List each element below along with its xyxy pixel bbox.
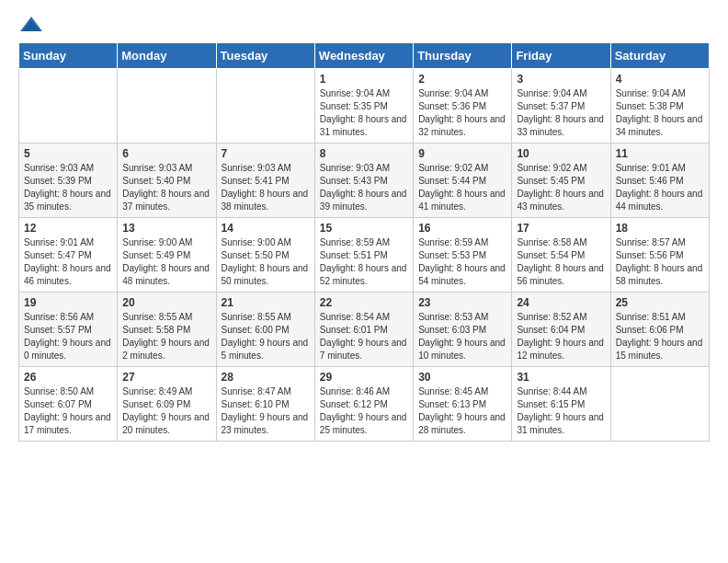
day-number: 13 <box>122 222 210 235</box>
calendar-cell: 8 Sunrise: 9:03 AM Sunset: 5:43 PM Dayli… <box>314 144 413 218</box>
calendar-cell: 30 Sunrise: 8:45 AM Sunset: 6:13 PM Dayl… <box>414 367 512 442</box>
daylight-text: Daylight: 8 hours and 58 minutes. <box>616 263 703 286</box>
day-info: Sunrise: 8:58 AM Sunset: 5:54 PM Dayligh… <box>517 236 605 288</box>
sunset-text: Sunset: 6:12 PM <box>320 399 388 409</box>
day-number: 23 <box>418 296 506 309</box>
day-info: Sunrise: 9:03 AM Sunset: 5:39 PM Dayligh… <box>24 162 112 213</box>
day-header-sunday: Sunday <box>19 43 118 69</box>
daylight-text: Daylight: 8 hours and 31 minutes. <box>320 114 407 137</box>
day-info: Sunrise: 8:57 AM Sunset: 5:56 PM Dayligh… <box>616 236 704 288</box>
sunset-text: Sunset: 5:49 PM <box>122 250 190 260</box>
calendar-cell: 21 Sunrise: 8:55 AM Sunset: 6:00 PM Dayl… <box>216 293 314 367</box>
sunrise-text: Sunrise: 9:01 AM <box>616 163 686 173</box>
day-info: Sunrise: 8:50 AM Sunset: 6:07 PM Dayligh… <box>24 385 112 437</box>
calendar-cell: 22 Sunrise: 8:54 AM Sunset: 6:01 PM Dayl… <box>314 293 413 367</box>
day-info: Sunrise: 8:49 AM Sunset: 6:09 PM Dayligh… <box>122 385 210 437</box>
sunset-text: Sunset: 5:58 PM <box>122 325 190 335</box>
sunset-text: Sunset: 6:13 PM <box>418 399 486 409</box>
day-info: Sunrise: 9:04 AM Sunset: 5:38 PM Dayligh… <box>616 87 704 139</box>
calendar-cell: 1 Sunrise: 9:04 AM Sunset: 5:35 PM Dayli… <box>314 69 413 144</box>
sunset-text: Sunset: 5:41 PM <box>222 176 290 186</box>
calendar-week-row: 26 Sunrise: 8:50 AM Sunset: 6:07 PM Dayl… <box>19 367 710 442</box>
day-number: 8 <box>320 147 408 160</box>
calendar-week-row: 19 Sunrise: 8:56 AM Sunset: 5:57 PM Dayl… <box>19 293 710 367</box>
sunrise-text: Sunrise: 8:53 AM <box>418 312 488 322</box>
day-info: Sunrise: 9:00 AM Sunset: 5:50 PM Dayligh… <box>222 236 310 288</box>
daylight-text: Daylight: 8 hours and 46 minutes. <box>24 263 111 286</box>
sunrise-text: Sunrise: 8:58 AM <box>517 237 586 247</box>
day-number: 11 <box>616 147 704 160</box>
sunrise-text: Sunrise: 9:03 AM <box>320 163 390 173</box>
day-info: Sunrise: 8:55 AM Sunset: 5:58 PM Dayligh… <box>122 311 210 362</box>
calendar-cell: 17 Sunrise: 8:58 AM Sunset: 5:54 PM Dayl… <box>512 218 610 293</box>
calendar-cell: 27 Sunrise: 8:49 AM Sunset: 6:09 PM Dayl… <box>118 367 216 442</box>
day-info: Sunrise: 8:56 AM Sunset: 5:57 PM Dayligh… <box>24 311 112 362</box>
sunrise-text: Sunrise: 8:55 AM <box>122 312 192 322</box>
sunset-text: Sunset: 6:03 PM <box>418 325 486 335</box>
day-info: Sunrise: 8:45 AM Sunset: 6:13 PM Dayligh… <box>418 385 506 437</box>
calendar-cell <box>216 69 314 144</box>
day-number: 12 <box>24 222 112 235</box>
day-info: Sunrise: 8:52 AM Sunset: 6:04 PM Dayligh… <box>517 311 605 362</box>
day-number: 22 <box>320 296 408 309</box>
sunset-text: Sunset: 5:44 PM <box>418 176 486 186</box>
daylight-text: Daylight: 8 hours and 52 minutes. <box>320 263 407 286</box>
day-number: 10 <box>517 147 605 160</box>
sunset-text: Sunset: 5:39 PM <box>24 176 92 186</box>
daylight-text: Daylight: 8 hours and 54 minutes. <box>418 263 506 286</box>
day-info: Sunrise: 9:01 AM Sunset: 5:47 PM Dayligh… <box>24 236 112 288</box>
sunrise-text: Sunrise: 9:02 AM <box>517 163 586 173</box>
sunrise-text: Sunrise: 9:00 AM <box>222 237 291 247</box>
day-number: 14 <box>222 222 310 235</box>
header <box>18 15 710 35</box>
day-header-tuesday: Tuesday <box>216 43 314 69</box>
sunrise-text: Sunrise: 9:02 AM <box>418 163 488 173</box>
day-number: 15 <box>320 222 408 235</box>
day-info: Sunrise: 9:04 AM Sunset: 5:36 PM Dayligh… <box>418 87 506 139</box>
sunrise-text: Sunrise: 8:52 AM <box>517 312 586 322</box>
daylight-text: Daylight: 9 hours and 20 minutes. <box>122 412 210 435</box>
daylight-text: Daylight: 9 hours and 0 minutes. <box>24 338 111 361</box>
daylight-text: Daylight: 8 hours and 50 minutes. <box>222 263 309 286</box>
sunrise-text: Sunrise: 8:59 AM <box>320 237 390 247</box>
sunrise-text: Sunrise: 9:00 AM <box>122 237 192 247</box>
calendar-cell: 3 Sunrise: 9:04 AM Sunset: 5:37 PM Dayli… <box>512 69 610 144</box>
calendar-cell: 14 Sunrise: 9:00 AM Sunset: 5:50 PM Dayl… <box>216 218 314 293</box>
day-info: Sunrise: 8:47 AM Sunset: 6:10 PM Dayligh… <box>222 385 310 437</box>
daylight-text: Daylight: 8 hours and 38 minutes. <box>222 189 309 212</box>
day-number: 9 <box>418 147 506 160</box>
sunrise-text: Sunrise: 8:57 AM <box>616 237 686 247</box>
daylight-text: Daylight: 9 hours and 15 minutes. <box>616 338 703 361</box>
daylight-text: Daylight: 9 hours and 12 minutes. <box>517 338 604 361</box>
sunset-text: Sunset: 6:00 PM <box>222 325 290 335</box>
sunset-text: Sunset: 5:53 PM <box>418 250 486 260</box>
sunset-text: Sunset: 5:54 PM <box>517 250 585 260</box>
sunrise-text: Sunrise: 9:01 AM <box>24 237 94 247</box>
day-info: Sunrise: 8:51 AM Sunset: 6:06 PM Dayligh… <box>616 311 704 362</box>
calendar-cell: 16 Sunrise: 8:59 AM Sunset: 5:53 PM Dayl… <box>414 218 512 293</box>
sunrise-text: Sunrise: 8:59 AM <box>418 237 488 247</box>
day-info: Sunrise: 9:01 AM Sunset: 5:46 PM Dayligh… <box>616 162 704 213</box>
sunrise-text: Sunrise: 9:04 AM <box>320 88 390 98</box>
day-info: Sunrise: 8:55 AM Sunset: 6:00 PM Dayligh… <box>222 311 310 362</box>
daylight-text: Daylight: 9 hours and 10 minutes. <box>418 338 506 361</box>
daylight-text: Daylight: 8 hours and 39 minutes. <box>320 189 407 212</box>
daylight-text: Daylight: 8 hours and 43 minutes. <box>517 189 604 212</box>
sunset-text: Sunset: 6:06 PM <box>616 325 684 335</box>
daylight-text: Daylight: 8 hours and 33 minutes. <box>517 114 604 137</box>
logo <box>18 15 48 35</box>
sunset-text: Sunset: 5:56 PM <box>616 250 684 260</box>
calendar-cell <box>19 69 118 144</box>
day-number: 19 <box>24 296 112 309</box>
day-info: Sunrise: 9:03 AM Sunset: 5:40 PM Dayligh… <box>122 162 210 213</box>
day-info: Sunrise: 8:59 AM Sunset: 5:53 PM Dayligh… <box>418 236 506 288</box>
daylight-text: Daylight: 9 hours and 28 minutes. <box>418 412 506 435</box>
logo-icon <box>18 15 44 35</box>
day-info: Sunrise: 9:00 AM Sunset: 5:49 PM Dayligh… <box>122 236 210 288</box>
daylight-text: Daylight: 9 hours and 5 minutes. <box>222 338 309 361</box>
calendar-cell: 12 Sunrise: 9:01 AM Sunset: 5:47 PM Dayl… <box>19 218 118 293</box>
sunset-text: Sunset: 5:57 PM <box>24 325 92 335</box>
calendar-cell: 7 Sunrise: 9:03 AM Sunset: 5:41 PM Dayli… <box>216 144 314 218</box>
day-number: 6 <box>122 147 210 160</box>
calendar-cell: 28 Sunrise: 8:47 AM Sunset: 6:10 PM Dayl… <box>216 367 314 442</box>
